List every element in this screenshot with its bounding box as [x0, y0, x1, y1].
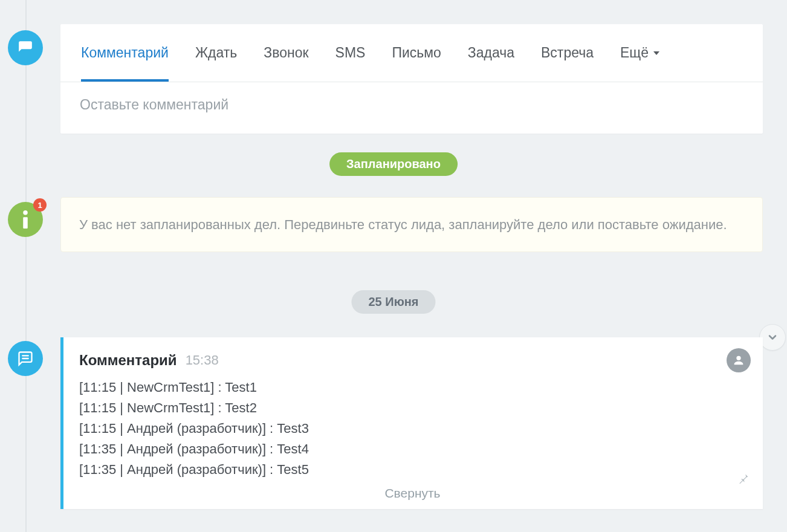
chevron-down-icon	[653, 51, 659, 55]
entry-body: [11:15 | NewCrmTest1] : Test1 [11:15 | N…	[79, 377, 746, 480]
tab-more[interactable]: Ещё	[607, 24, 673, 82]
comment-placeholder: Оставьте комментарий	[80, 97, 228, 112]
entry-line: [11:15 | NewCrmTest1] : Test2	[79, 398, 746, 418]
date-label: 25 Июня	[368, 295, 418, 308]
tab-label: SMS	[335, 45, 366, 61]
tab-call[interactable]: Звонок	[250, 24, 322, 82]
timeline-line	[25, 0, 27, 532]
date-pill: 25 Июня	[351, 290, 435, 314]
pin-icon[interactable]	[737, 473, 750, 487]
entry-header: Комментарий 15:38	[79, 352, 746, 369]
entry-line: [11:15 | Андрей (разработчик)] : Test3	[79, 418, 746, 439]
tab-wait[interactable]: Ждать	[182, 24, 250, 82]
tab-meeting[interactable]: Встреча	[528, 24, 607, 82]
comment-input[interactable]: Оставьте комментарий	[60, 82, 763, 134]
planned-pill: Запланировано	[329, 152, 458, 176]
tab-label: Комментарий	[81, 45, 169, 61]
entry-icon	[8, 341, 43, 376]
tab-comment[interactable]: Комментарий	[73, 24, 182, 82]
entry-line: [11:35 | Андрей (разработчик)] : Test4	[79, 439, 746, 459]
comment-entry-card: Комментарий 15:38 [11:15 | NewCrmTest1] …	[60, 337, 763, 509]
info-message-card: У вас нет запланированных дел. Передвинь…	[60, 197, 763, 252]
info-badge: 1	[33, 198, 47, 212]
avatar[interactable]	[727, 348, 751, 372]
scroll-down-button[interactable]	[759, 324, 786, 351]
tab-label: Встреча	[541, 45, 594, 61]
tab-label: Письмо	[392, 45, 441, 61]
entry-footer: Свернуть	[79, 486, 746, 501]
tab-task[interactable]: Задача	[455, 24, 528, 82]
svg-point-0	[23, 210, 28, 215]
entry-line: [11:15 | NewCrmTest1] : Test1	[79, 377, 746, 398]
action-tabs: Комментарий Ждать Звонок SMS Письмо Зада…	[60, 24, 763, 82]
planned-label: Запланировано	[346, 157, 441, 170]
svg-rect-1	[23, 217, 28, 229]
tab-label: Ещё	[620, 45, 649, 61]
tab-label: Задача	[468, 45, 514, 61]
comment-icon	[8, 30, 43, 65]
collapse-button[interactable]: Свернуть	[384, 486, 440, 500]
badge-count-value: 1	[37, 201, 42, 210]
tab-label: Ждать	[195, 45, 237, 61]
tab-label: Звонок	[264, 45, 308, 61]
tab-sms[interactable]: SMS	[322, 24, 379, 82]
tab-email[interactable]: Письмо	[378, 24, 454, 82]
entry-line: [11:35 | Андрей (разработчик)] : Test5	[79, 459, 746, 480]
info-message-text: У вас нет запланированных дел. Передвинь…	[79, 217, 727, 232]
entry-time: 15:38	[186, 352, 219, 368]
action-card: Комментарий Ждать Звонок SMS Письмо Зада…	[60, 24, 763, 134]
info-icon: 1	[8, 202, 43, 237]
entry-title: Комментарий	[79, 352, 177, 369]
